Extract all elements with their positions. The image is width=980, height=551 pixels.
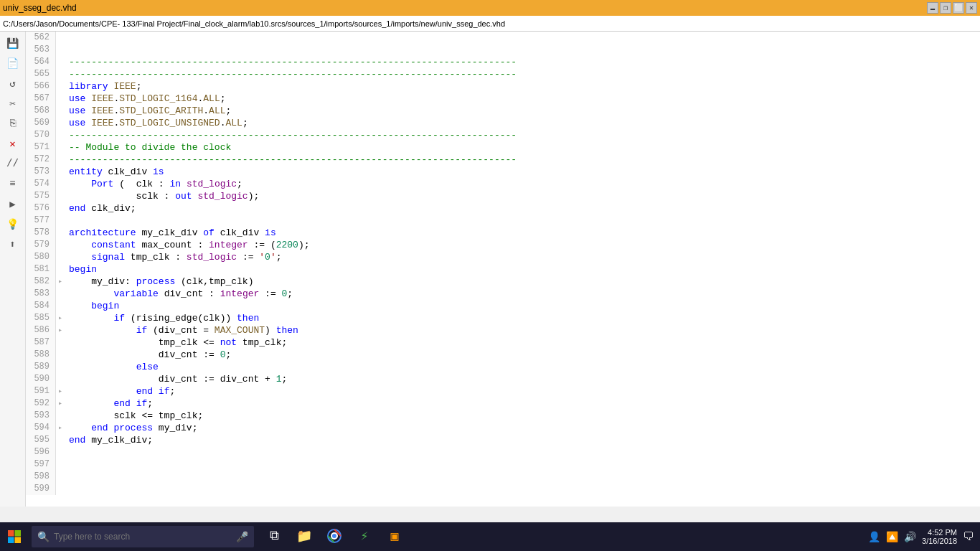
table-row: 562 <box>26 32 980 44</box>
fold-indicator <box>56 373 65 385</box>
table-row: 563 <box>26 44 980 56</box>
fold-indicator[interactable]: ▸ <box>56 324 65 336</box>
pathbar: C:/Users/Jason/Documents/CPE- 133/Final … <box>0 16 980 32</box>
minimize-button[interactable]: 🗕 <box>927 2 938 14</box>
line-number: 598 <box>26 471 56 483</box>
fold-indicator <box>56 80 65 93</box>
line-content: begin <box>65 263 97 276</box>
fold-indicator <box>56 93 65 105</box>
line-number: 582 <box>26 276 56 288</box>
sidebar-icon-scissors[interactable]: ✂ <box>4 95 22 112</box>
line-content: ----------------------------------------… <box>65 129 517 141</box>
fold-indicator <box>56 288 65 300</box>
people-icon[interactable]: 👤 <box>868 531 880 543</box>
table-row: 599 <box>26 483 980 495</box>
line-content: use IEEE.STD_LOGIC_ARITH.ALL; <box>65 105 231 117</box>
line-content: begin <box>65 300 119 312</box>
sidebar-icon-comment[interactable]: // <box>4 155 22 172</box>
fold-indicator <box>56 129 65 141</box>
fold-indicator[interactable]: ▸ <box>56 422 65 434</box>
fold-indicator[interactable]: ▸ <box>56 276 65 288</box>
microphone-icon[interactable]: 🎤 <box>236 531 248 543</box>
line-number: 586 <box>26 324 56 336</box>
fold-indicator <box>56 471 65 483</box>
close-button[interactable]: ✕ <box>966 2 977 14</box>
line-number: 595 <box>26 434 56 446</box>
line-content <box>65 458 69 471</box>
fold-indicator <box>56 56 65 68</box>
taskbar-right: 👤 🔼 🔊 4:52 PM 3/16/2018 🗨 <box>868 528 980 545</box>
table-row: 595end my_clk_div; <box>26 434 980 446</box>
code-editor[interactable]: 562563564-------------------------------… <box>26 32 980 507</box>
sidebar-icon-refresh[interactable]: ↺ <box>4 75 22 92</box>
line-number: 565 <box>26 68 56 80</box>
line-content: div_cnt := div_cnt + 1; <box>65 373 287 385</box>
chrome-button[interactable] <box>320 522 349 551</box>
volume-icon[interactable]: 🔊 <box>904 531 916 543</box>
table-row: 581begin <box>26 263 980 276</box>
table-row: 564-------------------------------------… <box>26 56 980 68</box>
fold-indicator <box>56 202 65 215</box>
sidebar-icon-file[interactable]: 📄 <box>4 55 22 72</box>
table-row: 574 Port ( clk : in std_logic; <box>26 178 980 190</box>
search-input[interactable] <box>54 532 212 542</box>
fold-indicator <box>56 215 65 227</box>
line-content: div_cnt := 0; <box>65 349 231 361</box>
notification-icon[interactable]: 🗨 <box>963 530 974 544</box>
fold-indicator <box>56 263 65 276</box>
line-content: if (div_cnt = MAX_COUNT) then <box>65 324 298 336</box>
line-number: 597 <box>26 458 56 471</box>
fold-indicator[interactable]: ▸ <box>56 385 65 397</box>
line-content <box>65 44 69 56</box>
line-number: 573 <box>26 166 56 178</box>
table-row: 572-------------------------------------… <box>26 154 980 166</box>
sidebar-icon-list[interactable]: ≡ <box>4 175 22 192</box>
taskview-button[interactable]: ⧉ <box>260 522 288 551</box>
sidebar: 💾 📄 ↺ ✂ ⎘ ✕ // ≡ ▶ 💡 ⬆ <box>0 32 26 507</box>
table-row: 571-- Module to divide the clock <box>26 141 980 154</box>
line-number: 592 <box>26 397 56 410</box>
fold-indicator <box>56 44 65 56</box>
table-row: 586▸ if (div_cnt = MAX_COUNT) then <box>26 324 980 336</box>
table-row: 590 div_cnt := div_cnt + 1; <box>26 373 980 385</box>
start-button[interactable] <box>0 522 29 551</box>
clock-date: 3/16/2018 <box>922 537 957 545</box>
svg-rect-2 <box>8 537 14 544</box>
table-row: 569use IEEE.STD_LOGIC_UNSIGNED.ALL; <box>26 117 980 129</box>
fold-indicator[interactable]: ▸ <box>56 312 65 324</box>
gallery-button[interactable]: ▣ <box>380 522 409 551</box>
terminal-button[interactable]: ⚡ <box>350 522 379 551</box>
fold-indicator <box>56 32 65 44</box>
line-number: 568 <box>26 105 56 117</box>
restore-button[interactable]: ❐ <box>940 2 951 14</box>
fold-indicator <box>56 141 65 154</box>
table-row: 576end clk_div; <box>26 202 980 215</box>
fold-indicator <box>56 251 65 263</box>
sidebar-icon-save[interactable]: 💾 <box>4 34 22 52</box>
fold-indicator <box>56 166 65 178</box>
maximize-button[interactable]: ⬜ <box>953 2 964 14</box>
sidebar-icon-error[interactable]: ✕ <box>4 135 22 152</box>
fold-indicator[interactable]: ▸ <box>56 397 65 410</box>
fold-indicator <box>56 458 65 471</box>
network-icon[interactable]: 🔼 <box>886 531 898 543</box>
table-row: 566library IEEE; <box>26 80 980 93</box>
line-number: 575 <box>26 190 56 202</box>
table-row: 592▸ end if; <box>26 397 980 410</box>
search-bar[interactable]: 🔍 🎤 <box>32 526 254 547</box>
file-explorer-button[interactable]: 📁 <box>290 522 319 551</box>
table-row: 585▸ if (rising_edge(clk)) then <box>26 312 980 324</box>
sidebar-icon-bulb[interactable]: 💡 <box>4 215 22 232</box>
table-row: 579 constant max_count : integer := (220… <box>26 239 980 251</box>
line-number: 594 <box>26 422 56 434</box>
line-number: 567 <box>26 93 56 105</box>
table-row: 598 <box>26 471 980 483</box>
line-number: 571 <box>26 141 56 154</box>
line-number: 579 <box>26 239 56 251</box>
sidebar-icon-copy[interactable]: ⎘ <box>4 115 22 132</box>
fold-indicator <box>56 154 65 166</box>
line-number: 564 <box>26 56 56 68</box>
sidebar-icon-deploy[interactable]: ⬆ <box>4 235 22 253</box>
sidebar-icon-run[interactable]: ▶ <box>4 195 22 212</box>
system-clock[interactable]: 4:52 PM 3/16/2018 <box>922 528 957 545</box>
